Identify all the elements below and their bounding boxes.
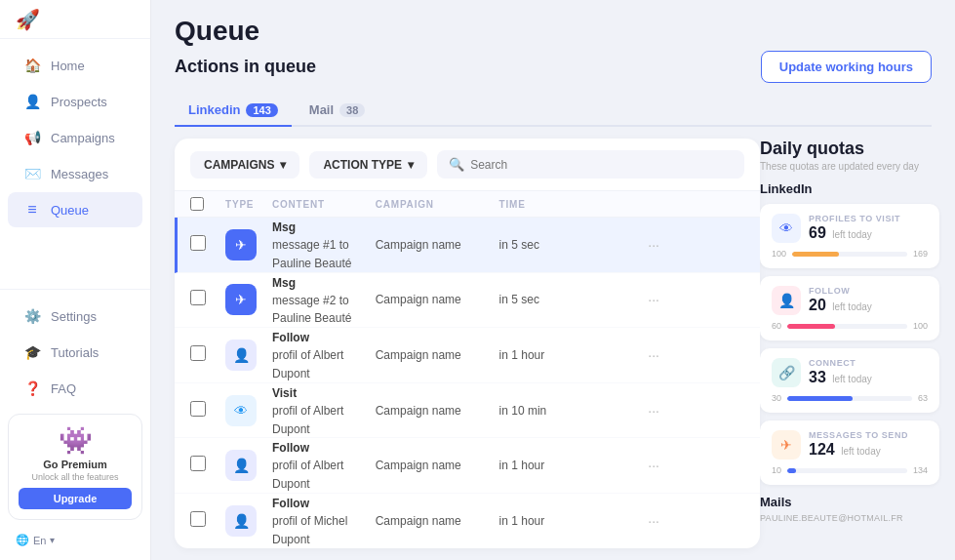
action-type-label: Visit: [272, 386, 297, 400]
more-options-button[interactable]: ···: [602, 403, 705, 419]
tab-mail[interactable]: Mail 38: [296, 95, 379, 127]
more-options-button[interactable]: ···: [602, 458, 705, 473]
messages-icon: ✉️: [23, 165, 41, 182]
quota-card-connect: 🔗 CONNECT 33 left today 30 63: [760, 348, 939, 413]
campaign-name: Campaign name: [376, 348, 499, 362]
sidebar-item-settings[interactable]: ⚙️ Settings: [8, 299, 142, 334]
sidebar-item-label: Queue: [51, 203, 89, 218]
sidebar-item-label: Messages: [51, 167, 108, 181]
row-type-cell: 👁: [225, 395, 272, 426]
tab-mail-label: Mail: [309, 102, 334, 117]
action-type-label: Follow: [272, 331, 309, 344]
sidebar-item-messages[interactable]: ✉️ Messages: [8, 156, 142, 191]
quota-max: 134: [913, 465, 928, 475]
content-text: message #1 to Pauline Beauté: [272, 238, 351, 270]
row-checkbox-cell: [190, 401, 225, 420]
sidebar-item-home[interactable]: 🏠 Home: [8, 48, 142, 83]
table-row[interactable]: 👁 Visit profil of Albert Dupont Campaign…: [175, 383, 760, 439]
campaign-name: Campaign name: [376, 238, 499, 252]
quota-bar-fill: [787, 396, 853, 401]
sidebar-item-faq[interactable]: ❓ FAQ: [8, 371, 142, 406]
quota-bar-row: 30 63: [772, 393, 928, 403]
content-text: profil of Albert Dupont: [272, 404, 343, 436]
row-checkbox[interactable]: [190, 456, 206, 471]
chevron-down-icon: ▾: [50, 535, 55, 545]
row-content-cell: Visit profil of Albert Dupont: [272, 383, 376, 438]
more-options-button[interactable]: ···: [602, 237, 705, 253]
row-checkbox-cell: [190, 456, 225, 475]
more-options-button[interactable]: ···: [602, 513, 705, 529]
tab-mail-badge: 38: [339, 103, 365, 117]
time-text: in 5 sec: [499, 293, 603, 306]
quota-label: PROFILES TO VISIT: [809, 214, 928, 223]
time-text: in 1 hour: [499, 514, 603, 528]
premium-mascot-icon: 👾: [19, 424, 132, 457]
msg-icon: ✈: [225, 229, 257, 260]
quota-bar-row: 10 134: [772, 465, 928, 475]
row-checkbox[interactable]: [190, 401, 206, 417]
table-row[interactable]: 👤 Follow profil of Michel Dupont Campaig…: [175, 494, 760, 548]
quota-count: 69: [809, 224, 826, 241]
row-checkbox[interactable]: [190, 345, 206, 361]
th-content: CONTENT: [272, 197, 376, 211]
more-options-button[interactable]: ···: [602, 292, 705, 307]
action-type-label: Msg: [272, 220, 296, 234]
th-time: TIME: [499, 197, 603, 211]
row-checkbox-cell: [190, 511, 225, 531]
campaigns-filter-button[interactable]: CAMPAIGNS ▾: [190, 151, 299, 179]
language-selector[interactable]: 🌐 En ▾: [0, 528, 150, 552]
quota-min: 10: [772, 465, 781, 475]
table-row[interactable]: 👤 Follow profil of Albert Dupont Campaig…: [175, 438, 760, 494]
content-text: profil of Albert Dupont: [272, 459, 343, 491]
quota-min: 60: [772, 321, 781, 331]
row-type-cell: ✈: [225, 284, 272, 315]
sidebar-item-prospects[interactable]: 👤 Prospects: [8, 84, 142, 119]
time-text: in 1 hour: [499, 348, 603, 362]
main-area: Queue Actions in queue Update working ho…: [151, 0, 955, 560]
search-box: 🔍: [437, 150, 744, 179]
quota-label: CONNECT: [809, 358, 928, 368]
more-options-button[interactable]: ···: [602, 347, 705, 363]
chevron-down-icon: ▾: [408, 158, 414, 172]
sidebar-item-tutorials[interactable]: 🎓 Tutorials: [8, 335, 142, 370]
tab-linkedin-badge: 143: [246, 103, 277, 117]
table-header: TYPE CONTENT CAMPAIGN TIME: [175, 191, 760, 218]
table-row[interactable]: 👤 Follow profil of Albert Dupont Campaig…: [175, 328, 760, 383]
quota-left: left today: [832, 301, 872, 312]
mails-email: PAULINE.BEAUTE@HOTMAIL.FR: [760, 513, 939, 523]
action-type-filter-button[interactable]: ACTION TYPE ▾: [309, 151, 427, 179]
th-campaign: CAMPAIGN: [376, 197, 499, 211]
sidebar-item-queue[interactable]: ≡ Queue: [8, 192, 142, 227]
time-text: in 10 min: [499, 404, 603, 418]
campaigns-filter-label: CAMPAIGNS: [204, 158, 274, 172]
visit-icon: 👁: [225, 395, 257, 426]
tab-linkedin[interactable]: Linkedin 143: [175, 95, 292, 127]
quota-card-messages: ✈ MESSAGES TO SEND 124 left today 10 134: [760, 420, 939, 485]
search-input[interactable]: [470, 158, 733, 172]
row-checkbox[interactable]: [190, 235, 206, 251]
update-working-hours-button[interactable]: Update working hours: [761, 51, 932, 83]
table-row[interactable]: ✈ Msg message #2 to Pauline Beauté Campa…: [175, 273, 760, 329]
sidebar-item-label: Home: [51, 59, 85, 73]
follow-icon: 👤: [225, 340, 257, 371]
quota-cards: 👁 PROFILES TO VISIT 69 left today 100 16…: [760, 204, 939, 485]
row-checkbox[interactable]: [190, 511, 206, 527]
quota-bar-bg: [787, 396, 912, 401]
home-icon: 🏠: [23, 57, 41, 74]
upgrade-button[interactable]: Upgrade: [19, 488, 132, 509]
table-body: ✈ Msg message #1 to Pauline Beauté Campa…: [175, 218, 760, 548]
table-row[interactable]: ✈ Msg message #1 to Pauline Beauté Campa…: [175, 218, 760, 273]
quota-min: 30: [772, 393, 781, 403]
quota-min: 100: [772, 249, 786, 259]
actions-label: Actions in queue: [175, 57, 316, 77]
quota-card-follow: 👤 FOLLOW 20 left today 60 100: [760, 276, 939, 340]
row-checkbox[interactable]: [190, 290, 206, 305]
row-type-cell: 👤: [225, 505, 272, 537]
time-text: in 5 sec: [499, 238, 603, 252]
sidebar-item-campaigns[interactable]: 📢 Campaigns: [8, 120, 142, 155]
row-content-cell: Msg message #1 to Pauline Beauté: [272, 218, 376, 272]
time-text: in 1 hour: [499, 459, 603, 472]
select-all-checkbox[interactable]: [190, 197, 204, 211]
content-text: message #2 to Pauline Beauté: [272, 294, 351, 326]
row-content-cell: Msg message #2 to Pauline Beauté: [272, 273, 376, 328]
